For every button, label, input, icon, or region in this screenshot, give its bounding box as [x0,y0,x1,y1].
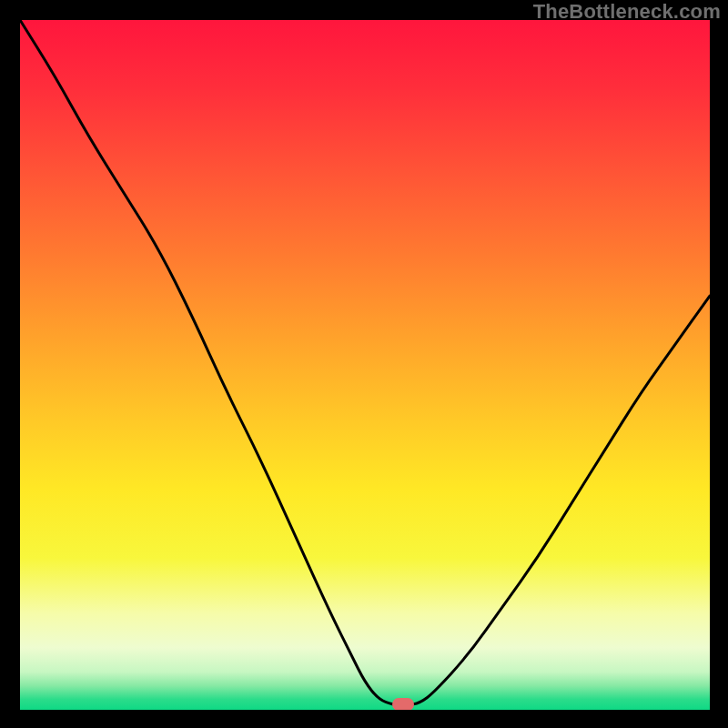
plot-svg [20,20,710,710]
optimal-point-marker [392,698,414,710]
attribution-watermark: TheBottleneck.com [533,0,721,24]
chart-frame: TheBottleneck.com [0,0,728,728]
plot-area [20,20,710,710]
heat-gradient-background [20,20,710,710]
